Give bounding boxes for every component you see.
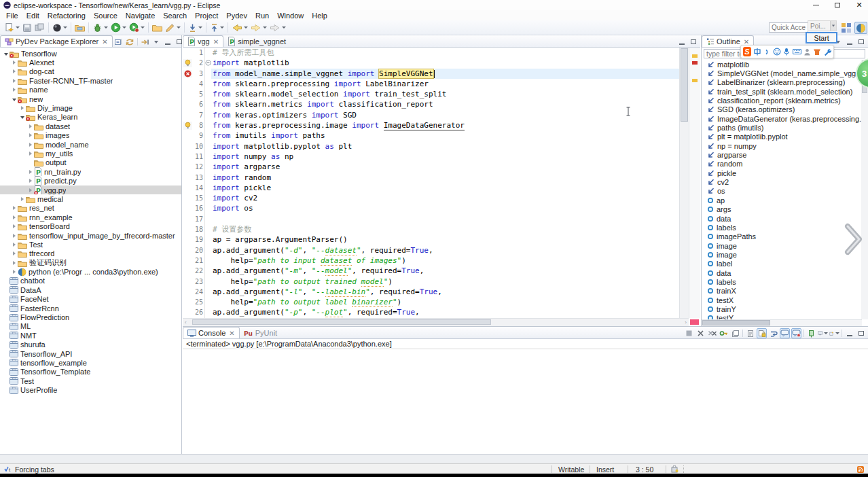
tree-item[interactable]: tensorflow_input_image_by_tfrecord-maste…: [0, 231, 181, 240]
chevron-down-icon[interactable]: [104, 26, 108, 29]
code-text[interactable]: import numpy as np: [211, 152, 679, 162]
outline-item[interactable]: LabelBinarizer (sklearn.preprocessing): [707, 78, 862, 87]
menu-source[interactable]: Source: [90, 12, 122, 20]
prevAnn-button[interactable]: [209, 21, 225, 35]
tree-item[interactable]: ML: [0, 322, 181, 331]
editor-tab-vgg[interactable]: Pvgg✕: [183, 35, 223, 47]
tree-item[interactable]: python (e:\Progr ... conda3\python.exe): [0, 267, 181, 276]
tree-item[interactable]: tfrecord: [0, 249, 181, 258]
outline-item[interactable]: plt = matplotlib.pyplot: [707, 132, 862, 141]
expand-arrow-icon[interactable]: [27, 188, 34, 192]
collapse-arrow-icon[interactable]: [3, 52, 10, 56]
collapse-arrow-icon[interactable]: [19, 115, 26, 119]
outline-item[interactable]: imagePaths: [707, 232, 862, 241]
tree-item[interactable]: my_utils: [0, 149, 181, 158]
outline-item[interactable]: labels: [707, 223, 862, 232]
expand-arrow-icon[interactable]: [11, 69, 18, 73]
close-icon[interactable]: ✕: [229, 330, 234, 337]
console-bubr-icon[interactable]: [791, 328, 801, 338]
tree-item[interactable]: FlowPrediction: [0, 313, 181, 321]
outline-item[interactable]: matplotlib: [707, 60, 862, 69]
tree-item[interactable]: Test: [0, 240, 181, 249]
folder2-button[interactable]: [151, 21, 164, 35]
tree-item[interactable]: new: [0, 94, 181, 103]
chevron-down-icon[interactable]: [220, 26, 224, 29]
play-button[interactable]: [109, 21, 128, 35]
menu-file[interactable]: File: [2, 12, 22, 20]
fwd2-button[interactable]: [268, 21, 287, 35]
expand-arrow-icon[interactable]: [11, 60, 18, 65]
ime-mic-icon[interactable]: [783, 48, 791, 56]
outline-item[interactable]: trainX: [707, 287, 862, 296]
back-button[interactable]: [230, 21, 249, 35]
bug-button[interactable]: [91, 21, 109, 35]
java-perspective-button[interactable]: [839, 22, 852, 34]
tree-item[interactable]: medical: [0, 194, 181, 203]
outline-item[interactable]: ImageDataGenerator (keras.preprocessing.…: [707, 114, 862, 123]
outline-item[interactable]: argparse: [707, 150, 862, 159]
editor-tab-simple_vggnet[interactable]: Psimple_vggnet: [223, 35, 290, 47]
expand-arrow-icon[interactable]: [27, 143, 34, 147]
code-text[interactable]: import os: [211, 203, 679, 213]
sphere-button[interactable]: [51, 21, 69, 35]
warning-marker[interactable]: [692, 79, 698, 82]
expand-arrow-icon[interactable]: [27, 170, 34, 174]
expand-arrow-icon[interactable]: [19, 197, 26, 201]
chevron-down-icon[interactable]: [122, 26, 126, 29]
scrollbar-thumb[interactable]: [702, 320, 770, 325]
tree-item[interactable]: rnn_example: [0, 213, 181, 222]
tree-item[interactable]: images: [0, 131, 181, 140]
chevron-down-icon[interactable]: [244, 26, 248, 29]
outline-maximize-icon[interactable]: [856, 37, 866, 47]
outline-item[interactable]: random: [707, 160, 862, 169]
tree-item[interactable]: Faster-RCNN_TF-master: [0, 76, 181, 85]
warn-marker-icon[interactable]: [183, 59, 192, 67]
explorer-minimize-icon[interactable]: [163, 37, 173, 47]
warning-marker[interactable]: [692, 54, 698, 58]
tree-item[interactable]: output: [0, 158, 181, 167]
console-log-icon[interactable]: [745, 328, 755, 338]
expand-arrow-icon[interactable]: [11, 79, 18, 83]
ime-tee-icon[interactable]: [813, 48, 821, 56]
outline-item[interactable]: SGD (keras.optimizers): [707, 105, 862, 114]
expand-arrow-icon[interactable]: [11, 270, 18, 274]
close-icon[interactable]: ✕: [213, 38, 219, 46]
tree-item[interactable]: NMT: [0, 331, 181, 340]
pydev-perspective-button[interactable]: [854, 22, 867, 34]
code-text[interactable]: from sklearn.model_selection import trai…: [211, 89, 679, 99]
console-tab-Console[interactable]: Console✕: [183, 327, 240, 338]
tree-item[interactable]: tensorBoard: [0, 222, 181, 230]
recorder-poi-dropdown[interactable]: Poi...: [808, 20, 837, 31]
code-text[interactable]: from imutils import paths: [211, 130, 679, 141]
tree-item[interactable]: dataset: [0, 122, 181, 130]
outline-minimize-icon[interactable]: [844, 37, 854, 47]
warn-marker-icon[interactable]: [183, 122, 192, 130]
menu-edit[interactable]: Edit: [22, 12, 43, 20]
tree-item[interactable]: Pnn_train.py: [0, 167, 181, 176]
openFolder-button[interactable]: [73, 21, 86, 35]
expand-chevron-icon[interactable]: [844, 223, 864, 258]
tree-item[interactable]: Diy_image: [0, 103, 181, 112]
tree-item[interactable]: Keras_learn: [0, 113, 181, 122]
console-wrap-icon[interactable]: [768, 328, 778, 338]
menu-search[interactable]: Search: [159, 12, 191, 20]
console-mon-icon[interactable]: [818, 328, 828, 338]
outline-item[interactable]: testY: [707, 314, 862, 319]
ime-toolbar[interactable]: S: [740, 45, 834, 58]
outline-item[interactable]: args: [707, 205, 862, 214]
ime-quo-icon[interactable]: [763, 48, 771, 56]
outline-item[interactable]: os: [707, 187, 862, 196]
outline-item[interactable]: image: [707, 241, 862, 250]
chevron-down-icon[interactable]: [177, 26, 181, 29]
tree-item[interactable]: UserProfile: [0, 385, 181, 394]
code-text[interactable]: help="path to input dataset of images"): [211, 255, 679, 266]
outline-item[interactable]: data: [707, 214, 862, 223]
console-key-icon[interactable]: [719, 328, 729, 338]
console-bub-icon[interactable]: [780, 328, 790, 338]
expand-arrow-icon[interactable]: [11, 206, 18, 210]
tree-item[interactable]: FaceNet: [0, 295, 181, 304]
code-editor[interactable]: 1# 导入所需工具包2import matplotlib3from model_…: [183, 48, 679, 318]
tree-item[interactable]: model_name: [0, 140, 181, 149]
tree-item[interactable]: Ppredict.py: [0, 176, 181, 185]
close-icon[interactable]: ✕: [744, 38, 749, 46]
